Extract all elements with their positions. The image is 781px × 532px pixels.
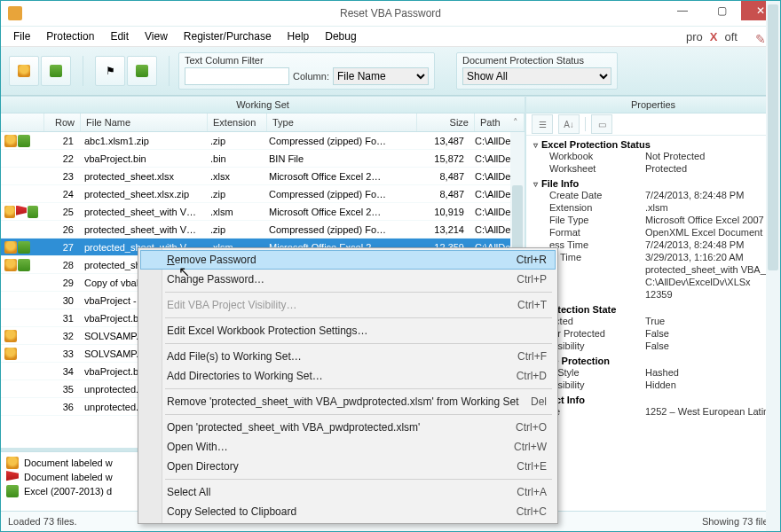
lock-icon <box>4 206 15 218</box>
property-row[interactable]: tor ProtectedFalse <box>533 327 780 340</box>
excel-lock-icon[interactable] <box>127 56 157 86</box>
minimize-button[interactable]: — <box>663 1 702 20</box>
properties-grid[interactable]: Excel Protection StatusWorkbookNot Prote… <box>526 136 780 511</box>
toolbar: ⚑ Text Column Filter Column: File Name D… <box>1 47 780 96</box>
context-menu-item[interactable]: Select AllCtrl+A <box>140 482 556 502</box>
excel-icon <box>18 259 30 271</box>
properties-scrollbar[interactable] <box>766 136 780 511</box>
log-line: Document labeled w <box>24 472 113 482</box>
column-select[interactable]: File Name <box>333 67 429 85</box>
column-label: Column: <box>293 71 329 82</box>
context-menu-item[interactable]: Edit Excel Workbook Protection Settings… <box>140 321 556 340</box>
context-menu-item[interactable]: Remove 'protected_sheet_with VBA_pwdprot… <box>140 392 556 411</box>
context-menu-item[interactable]: Open With…Ctrl+W <box>140 437 556 457</box>
col-extension[interactable]: Extension <box>208 113 267 131</box>
toolbar-divider <box>83 56 83 86</box>
context-menu[interactable]: Remove PasswordCtrl+RChange Password…Ctr… <box>138 247 558 524</box>
col-row[interactable]: Row <box>44 113 81 131</box>
excel-icon <box>28 206 38 218</box>
property-group-title[interactable]: Excel Protection Status <box>533 139 780 150</box>
property-row[interactable]: FormatOpenXML Excel Document <box>533 226 780 239</box>
unlock-excel-icon[interactable] <box>41 56 71 86</box>
context-menu-item[interactable]: Copy Selected to ClipboardCtrl+C <box>140 502 556 521</box>
excel-icon <box>6 485 19 497</box>
property-row[interactable]: protected_sheet_with VBA_p <box>533 263 780 276</box>
table-row[interactable]: 22vbaProject.bin.binBIN File15,872C:\All… <box>1 150 525 168</box>
table-row[interactable]: 21abc1.xlsm1.zip.zipCompressed (zipped) … <box>1 132 525 150</box>
property-row[interactable]: File TypeMicrosoft Office Excel 2007 M <box>533 214 780 226</box>
property-row[interactable]: te Time3/29/2013, 1:16:20 AM <box>533 251 780 263</box>
property-row[interactable]: 12359 <box>533 288 780 301</box>
table-row[interactable]: 25protected_sheet_with V….xlsmMicrosoft … <box>1 203 525 221</box>
property-row[interactable]: ectedTrue <box>533 315 780 327</box>
app-window: Reset VBA Password — ▢ ✕ File Protection… <box>0 0 781 532</box>
excel-icon <box>18 241 30 254</box>
titlebar: Reset VBA Password — ▢ ✕ <box>1 1 780 27</box>
table-row[interactable]: 26protected_sheet_with V….zipCompressed … <box>1 221 525 239</box>
property-group-title[interactable]: oject Info <box>533 395 780 405</box>
log-line: Document labeled w <box>24 458 113 468</box>
menu-file[interactable]: File <box>6 28 37 44</box>
lock-icon <box>4 348 17 360</box>
context-menu-item[interactable]: Open DirectoryCtrl+E <box>140 457 556 476</box>
lock-icon <box>4 330 17 342</box>
grid-header: Row File Name Extension Type Size Path ˄ <box>1 113 525 132</box>
flag-icon <box>16 206 27 218</box>
menu-edit[interactable]: Edit <box>103 28 136 44</box>
property-row[interactable]: VisibilityFalse <box>533 340 780 352</box>
context-menu-item[interactable]: Add File(s) to Working Set…Ctrl+F <box>140 347 556 366</box>
table-row[interactable]: 23protected_sheet.xlsx.xlsxMicrosoft Off… <box>1 168 525 185</box>
lock-icon <box>4 135 17 147</box>
filter-input[interactable] <box>185 67 289 85</box>
flag-icon[interactable]: ⚑ <box>95 56 125 86</box>
property-row[interactable]: VisibilityHidden <box>533 379 780 391</box>
menu-help[interactable]: Help <box>280 28 317 44</box>
maximize-button[interactable]: ▢ <box>702 1 741 20</box>
properties-pane: Properties ☰ A↓ ▭ Excel Protection Statu… <box>526 96 780 511</box>
property-row[interactable]: d StyleHashed <box>533 366 780 379</box>
context-menu-item[interactable]: Change Password…Ctrl+P <box>140 270 556 289</box>
docstatus-label: Document Protection Status <box>462 55 611 66</box>
properties-toolbar: ☰ A↓ ▭ <box>526 113 780 136</box>
menu-debug[interactable]: Debug <box>318 28 363 44</box>
property-row[interactable]: ge1252 – West European Latin <box>533 405 780 418</box>
text-filter-group: Text Column Filter Column: File Name <box>178 52 435 90</box>
app-icon <box>8 6 22 20</box>
flag-icon <box>6 471 19 483</box>
property-row[interactable]: C:\AllDev\ExcelDv\XLSx <box>533 276 780 288</box>
menu-protection[interactable]: Protection <box>39 28 101 44</box>
working-set-header: Working Set <box>1 96 525 113</box>
lock-icon <box>4 241 17 254</box>
context-menu-item[interactable]: Remove PasswordCtrl+R <box>140 250 556 270</box>
window-title: Reset VBA Password <box>340 7 441 20</box>
property-row[interactable]: WorksheetProtected <box>533 162 780 175</box>
context-menu-item: Edit VBA Project Visibility…Ctrl+T <box>140 295 556 315</box>
col-size[interactable]: Size <box>417 113 475 131</box>
categorized-icon[interactable]: ☰ <box>532 114 553 134</box>
property-row[interactable]: Create Date7/24/2013, 8:24:48 PM <box>533 189 780 201</box>
context-menu-item[interactable]: Add Directories to Working Set…Ctrl+D <box>140 366 556 386</box>
brand-logo: proXoft <box>672 28 752 45</box>
filter-label: Text Column Filter <box>185 55 429 66</box>
docstatus-select[interactable]: Show All <box>462 67 611 85</box>
unlock-icon[interactable] <box>9 56 39 86</box>
property-row[interactable]: ess Time7/24/2013, 8:24:48 PM <box>533 239 780 251</box>
col-path[interactable]: Path ˄ <box>475 113 525 131</box>
property-group-title[interactable]: Protection State <box>533 304 780 315</box>
doc-status-group: Document Protection Status Show All <box>456 52 618 90</box>
table-row[interactable]: 24protected_sheet.xlsx.zip.zipCompressed… <box>1 185 525 203</box>
toolbar-divider <box>169 56 170 86</box>
alphabetical-icon[interactable]: A↓ <box>558 114 580 134</box>
property-group-title[interactable]: ode Protection <box>533 356 780 366</box>
pages-icon[interactable]: ▭ <box>591 114 612 134</box>
menu-view[interactable]: View <box>138 28 175 44</box>
menubar: File Protection Edit View Register/Purch… <box>1 27 780 47</box>
col-type[interactable]: Type <box>267 113 417 131</box>
col-filename[interactable]: File Name <box>81 113 208 131</box>
status-right: Showing 73 files <box>702 516 773 527</box>
property-row[interactable]: Extension.xlsm <box>533 201 780 214</box>
property-row[interactable]: WorkbookNot Protected <box>533 150 780 162</box>
menu-register[interactable]: Register/Purchase <box>177 28 279 44</box>
property-group-title[interactable]: File Info <box>533 178 780 189</box>
context-menu-item[interactable]: Open 'protected_sheet_with VBA_pwdprotec… <box>140 418 556 437</box>
